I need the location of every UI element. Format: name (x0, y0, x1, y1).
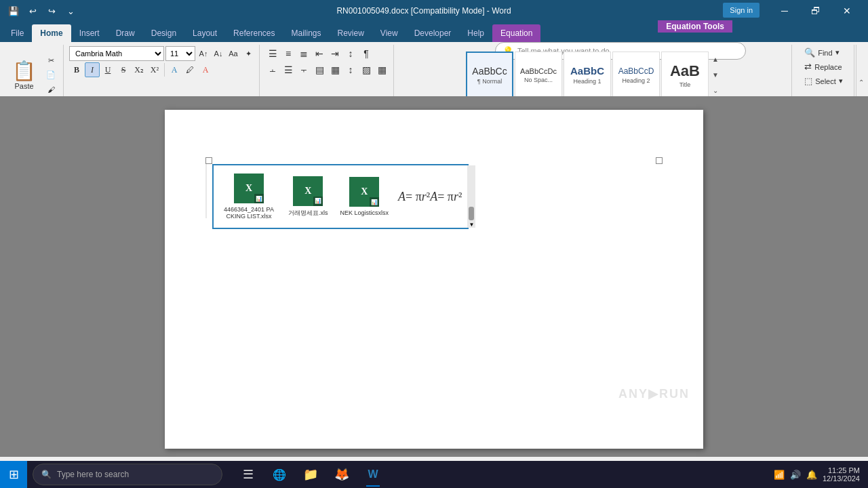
taskbar-buttons: ☰ 🌐 📁 🦊 W (233, 461, 388, 488)
font-size-select[interactable]: 11 (165, 46, 195, 61)
object-scroll-down-btn[interactable]: ▼ (469, 222, 474, 228)
style-no-spacing[interactable]: AaBbCcDc No Spac... (515, 52, 562, 99)
highlight-button[interactable]: 🖊 (182, 62, 197, 77)
tab-draw[interactable]: Draw (108, 24, 143, 42)
embedded-object-1[interactable]: X 📊 4466364_2401 PACKING LIST.xlsx (219, 171, 279, 222)
line-spacing-button[interactable]: ↕ (343, 62, 358, 77)
tab-file[interactable]: File (3, 24, 32, 42)
redo-button[interactable]: ↪ (43, 3, 60, 19)
font-color-button[interactable]: A (198, 62, 213, 77)
no-spacing-label: No Spac... (524, 77, 553, 83)
font-name-select[interactable]: Cambria Math (69, 46, 164, 61)
network-tray-icon[interactable]: 📶 (774, 470, 785, 480)
shading-button[interactable]: ▨ (359, 62, 374, 77)
embedded-object-2[interactable]: X 📊 거래명세표.xls (285, 174, 331, 220)
system-clock[interactable]: 11:25 PM 12/13/2024 (823, 466, 860, 483)
align-right-button[interactable]: ⫟ (296, 62, 311, 77)
firefox-button[interactable]: 🦊 (327, 461, 357, 488)
styles-scroll-down[interactable]: ▼ (710, 68, 721, 83)
object-scroll-handle[interactable] (469, 207, 474, 220)
bold-button[interactable]: B (69, 62, 84, 77)
italic-button[interactable]: I (85, 62, 100, 77)
font-name-row: Cambria Math 11 A↑ A↓ Aa ✦ (69, 46, 255, 61)
no-spacing-preview: AaBbCcDc (520, 67, 557, 75)
para-row-2: ⫠ ☰ ⫟ ▤ ▦ ↕ ▨ ▦ (265, 62, 389, 77)
style-heading1[interactable]: AaBbC Heading 1 (564, 52, 611, 99)
word-taskbar-button[interactable]: W (358, 461, 388, 488)
cut-button[interactable]: ✂ (43, 54, 59, 68)
align-left-button[interactable]: ⫠ (265, 62, 280, 77)
signin-button[interactable]: Sign in (723, 3, 760, 18)
replace-button[interactable]: ⇄ Replace (800, 60, 847, 73)
strikethrough-button[interactable]: S (116, 62, 131, 77)
restore-button[interactable]: 🗗 (800, 0, 831, 22)
embedded-objects-container[interactable]: X 📊 4466364_2401 PACKING LIST.xlsx X 📊 거… (212, 164, 469, 229)
style-heading2[interactable]: AaBbCcD Heading 2 (612, 52, 660, 99)
increase-font-button[interactable]: A↑ (197, 47, 210, 60)
decrease-font-button[interactable]: A↓ (212, 47, 225, 60)
tab-references[interactable]: References (225, 24, 283, 42)
superscript-button[interactable]: X² (147, 62, 162, 77)
object-scrollbar[interactable]: ▼ (467, 165, 475, 228)
document-page: X 📊 4466364_2401 PACKING LIST.xlsx X 📊 거… (165, 110, 703, 449)
volume-tray-icon[interactable]: 🔊 (790, 470, 801, 480)
tab-developer[interactable]: Developer (406, 24, 460, 42)
title-bar: 💾 ↩ ↪ ⌄ Equation Tools RN001005049.docx … (0, 0, 868, 22)
multilevel-button[interactable]: ≣ (296, 46, 311, 61)
underline-button[interactable]: U (100, 62, 115, 77)
subscript-button[interactable]: X₂ (132, 62, 146, 77)
paste-button[interactable]: 📋 Paste (7, 57, 41, 93)
columns-button[interactable]: ▦ (328, 62, 342, 77)
time-display: 11:25 PM (823, 466, 860, 474)
clear-formatting-button[interactable]: ✦ (241, 47, 255, 60)
tab-review[interactable]: Review (330, 24, 372, 42)
tab-design[interactable]: Design (143, 24, 184, 42)
undo-button[interactable]: ↩ (24, 3, 41, 19)
style-normal[interactable]: AaBbCc ¶ Normal (466, 52, 513, 99)
change-case-button[interactable]: Aa (226, 47, 240, 60)
increase-indent-button[interactable]: ⇥ (328, 46, 342, 61)
windows-search[interactable]: 🔍 Type here to search (33, 464, 222, 485)
taskview-button[interactable]: ☰ (233, 461, 263, 488)
equation-tools-label: Equation Tools (658, 20, 732, 33)
tab-help[interactable]: Help (459, 24, 492, 42)
show-hide-button[interactable]: ¶ (359, 46, 374, 61)
document-area: X 📊 4466364_2401 PACKING LIST.xlsx X 📊 거… (0, 96, 868, 457)
numbering-button[interactable]: ≡ (281, 46, 296, 61)
notification-tray-icon[interactable]: 🔔 (806, 470, 817, 480)
embedded-object-3[interactable]: X 📊 NEK Logisticsxlsx (338, 174, 392, 219)
sort-button[interactable]: ↕ (343, 46, 358, 61)
format-painter-button[interactable]: 🖌 (43, 83, 59, 96)
find-button[interactable]: 🔍 Find ▾ (800, 46, 847, 59)
bullets-button[interactable]: ☰ (265, 46, 280, 61)
close-button[interactable]: ✕ (831, 0, 863, 22)
save-button[interactable]: 💾 (5, 3, 22, 19)
styles-scroll-up[interactable]: ▲ (710, 52, 721, 67)
decrease-indent-button[interactable]: ⇤ (312, 46, 327, 61)
justify-button[interactable]: ▤ (312, 62, 327, 77)
style-title[interactable]: AaB Title (661, 52, 709, 99)
minimize-button[interactable]: ─ (769, 0, 800, 22)
styles-scroll-controls: ▲ ▼ ⌄ (710, 52, 721, 98)
select-button[interactable]: ⬚ Select ▾ (800, 75, 847, 87)
xlsx-icon-3: X 📊 (349, 177, 379, 207)
tab-insert[interactable]: Insert (71, 24, 108, 42)
customize-qa-button[interactable]: ⌄ (62, 3, 79, 19)
select-icon: ⬚ (804, 76, 812, 86)
start-button[interactable]: ⊞ (0, 461, 27, 488)
file-explorer-button[interactable]: 📁 (296, 461, 326, 488)
anyrun-watermark: ANY▶RUN (618, 386, 690, 401)
copy-button[interactable]: 📄 (43, 68, 59, 82)
borders-button[interactable]: ▦ (374, 62, 389, 77)
align-center-button[interactable]: ☰ (281, 62, 296, 77)
tab-view[interactable]: View (372, 24, 406, 42)
replace-icon: ⇄ (804, 62, 812, 72)
xls-icon-2: X 📊 (293, 176, 323, 206)
taskview-icon: ☰ (243, 467, 254, 482)
edge-button[interactable]: 🌐 (264, 461, 294, 488)
tab-layout[interactable]: Layout (184, 24, 225, 42)
tab-mailings[interactable]: Mailings (283, 24, 329, 42)
tab-home[interactable]: Home (32, 24, 71, 42)
tab-equation[interactable]: Equation (492, 24, 540, 42)
text-effects-button[interactable]: A (167, 62, 182, 77)
